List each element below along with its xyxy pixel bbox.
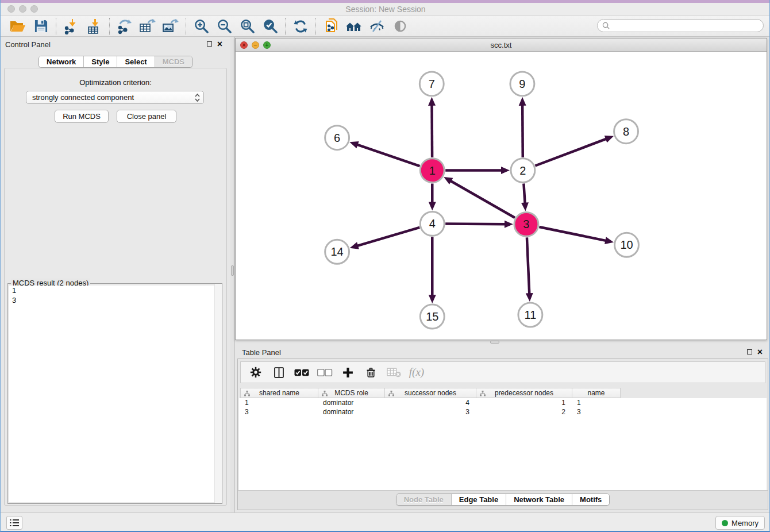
clone-network-icon[interactable]: [319, 17, 342, 36]
zoom-in-icon[interactable]: [190, 17, 213, 36]
column-header-mcds-role[interactable]: MCDS role: [318, 388, 385, 398]
tab-select[interactable]: Select: [117, 56, 155, 67]
close-panel-icon[interactable]: ×: [757, 349, 763, 355]
tab-mcds[interactable]: MCDS: [155, 56, 192, 67]
edge-arrowhead: [429, 202, 436, 210]
memory-status-dot: [722, 520, 728, 526]
float-panel-icon[interactable]: [207, 41, 212, 47]
toolbar-separator: [186, 18, 186, 35]
import-network-icon[interactable]: [60, 17, 83, 36]
apply-layout-home-icon[interactable]: [342, 17, 365, 36]
edge-2-8[interactable]: [535, 138, 607, 165]
graph-node-label: 7: [429, 78, 435, 90]
close-panel-button[interactable]: Close panel: [117, 110, 176, 123]
close-panel-icon[interactable]: ×: [217, 41, 222, 47]
save-session-icon[interactable]: [29, 17, 52, 36]
control-panel-header: Control Panel ×: [1, 37, 230, 53]
splitter-grip[interactable]: [490, 341, 499, 344]
export-image-icon[interactable]: [159, 17, 182, 36]
graph-node-label: 15: [426, 310, 438, 323]
zoom-out-icon[interactable]: [213, 17, 236, 36]
horizontal-splitter[interactable]: [235, 340, 767, 345]
float-panel-icon[interactable]: [747, 349, 752, 354]
export-table-icon[interactable]: [136, 17, 159, 36]
run-mcds-button[interactable]: Run MCDS: [55, 110, 109, 123]
table-row[interactable]: 3dominator323: [239, 407, 767, 417]
tab-network[interactable]: Network: [39, 56, 84, 67]
graph-node-label: 8: [623, 125, 629, 138]
search-box[interactable]: [597, 19, 764, 32]
toolbar-separator: [315, 18, 316, 35]
table-tabs: Node TableEdge TableNetwork TableMotifs: [396, 494, 610, 506]
criterion-value: strongly connected component: [32, 93, 134, 102]
edge-arrowhead: [349, 141, 359, 148]
edge-1-7[interactable]: [432, 105, 432, 157]
table-panel: Table Panel ×: [237, 345, 768, 510]
vertical-splitter[interactable]: [230, 37, 235, 512]
column-header-predecessor-nodes[interactable]: predecessor nodes: [476, 388, 572, 398]
delete-table-icon[interactable]: [383, 363, 404, 381]
edge-1-6[interactable]: [357, 144, 420, 166]
task-history-button[interactable]: [6, 516, 22, 530]
table-row[interactable]: 1dominator411: [239, 398, 767, 407]
result-scrollbar[interactable]: [214, 284, 222, 503]
result-line: 3: [9, 295, 221, 305]
edge-arrowhead: [605, 237, 614, 244]
table-cell: 4: [384, 398, 475, 407]
edge-2-9[interactable]: [522, 105, 523, 157]
delete-column-trash-icon[interactable]: [360, 363, 381, 381]
edge-4-3[interactable]: [445, 224, 506, 225]
edge-3-10[interactable]: [539, 227, 606, 241]
refresh-icon[interactable]: [289, 17, 312, 36]
result-line: 1: [9, 286, 221, 295]
function-builder-icon[interactable]: f(x): [406, 363, 427, 381]
fx-label: f(x): [409, 366, 424, 379]
app-title: Session: New Session: [1, 5, 770, 14]
edge-3-1[interactable]: [450, 180, 515, 218]
create-column-plus-icon[interactable]: [337, 363, 358, 381]
tab-network-table[interactable]: Network Table: [506, 494, 572, 505]
criterion-dropdown[interactable]: strongly connected component: [26, 91, 204, 104]
import-table-icon[interactable]: [83, 17, 106, 36]
column-header-successor-nodes[interactable]: successor nodes: [385, 388, 476, 398]
edge-arrowhead: [428, 97, 436, 106]
open-session-icon[interactable]: [6, 17, 29, 36]
edge-4-14[interactable]: [357, 228, 419, 246]
tab-motifs[interactable]: Motifs: [572, 494, 609, 505]
edge-arrowhead: [526, 293, 533, 302]
show-column-icon[interactable]: [268, 363, 289, 381]
memory-button[interactable]: Memory: [715, 516, 765, 530]
tab-edge-table[interactable]: Edge Table: [452, 494, 506, 505]
search-icon: [602, 22, 610, 29]
table-body[interactable]: 1dominator4113dominator323: [239, 398, 767, 490]
network-canvas[interactable]: 7968124314101511: [236, 52, 767, 340]
tab-style[interactable]: Style: [84, 56, 117, 67]
tab-node-table[interactable]: Node Table: [396, 494, 452, 505]
graph-node-label: 2: [519, 164, 526, 177]
network-window-titlebar[interactable]: × − + scc.txt: [236, 38, 767, 52]
column-header-name[interactable]: name: [572, 388, 621, 398]
app-titlebar: Session: New Session: [1, 3, 770, 16]
graph-node-label: 14: [331, 245, 344, 258]
memory-label: Memory: [732, 519, 759, 527]
column-header-shared-name[interactable]: shared name: [240, 388, 318, 398]
edge-2-3[interactable]: [523, 183, 525, 203]
zoom-selected-icon[interactable]: [259, 17, 282, 36]
optimization-criterion-label: Optimization criterion:: [1, 78, 230, 87]
network-window-title: scc.txt: [236, 41, 767, 49]
select-all-checkbox-icon[interactable]: [291, 363, 312, 381]
attribute-settings-gear-icon[interactable]: [245, 363, 266, 381]
birdseye-view-icon[interactable]: [388, 17, 411, 36]
edge-arrowhead: [501, 167, 510, 174]
export-network-icon[interactable]: [113, 17, 136, 36]
zoom-fit-icon[interactable]: [236, 17, 259, 36]
unselect-all-checkbox-icon[interactable]: [314, 363, 335, 381]
hide-panels-eye-icon[interactable]: [365, 17, 388, 36]
mcds-result-lines[interactable]: 13: [9, 286, 221, 502]
edge-3-11[interactable]: [527, 237, 529, 294]
splitter-grip[interactable]: [231, 265, 234, 276]
run-mcds-label: Run MCDS: [63, 112, 101, 121]
search-input[interactable]: [613, 22, 759, 30]
table-header: shared nameMCDS rolesuccessor nodesprede…: [240, 388, 621, 398]
table-cell: 3: [571, 407, 619, 417]
